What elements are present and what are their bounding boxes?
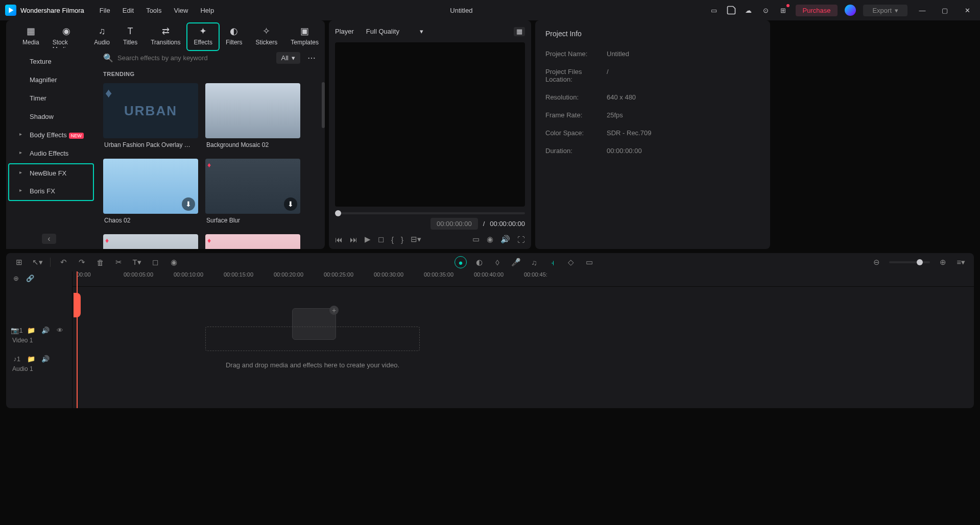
color-button[interactable]: ◉ — [168, 257, 179, 268]
tab-audio[interactable]: ♫Audio — [88, 23, 116, 50]
effect-item[interactable]: Background Mosaic 02 — [205, 83, 300, 152]
playhead[interactable] — [77, 271, 78, 408]
zoom-slider[interactable] — [889, 261, 930, 263]
play-button[interactable]: ▶ — [365, 235, 371, 244]
effect-item[interactable]: ♦ — [205, 234, 300, 249]
add-track-button[interactable]: ⊕ — [11, 273, 20, 283]
panel-button[interactable]: ⊞ — [13, 257, 25, 268]
cat-body-effects[interactable]: Body EffectsNEW — [10, 126, 92, 144]
audio-track-head[interactable]: ♪1 📁 🔊 Audio 1 — [6, 349, 72, 378]
drop-zone[interactable] — [205, 327, 420, 351]
effect-item[interactable]: ♦ — [103, 234, 198, 249]
player-header: Player Full Quality▾ ▦ — [335, 26, 525, 37]
folder-icon[interactable]: 📁 — [27, 326, 36, 335]
fit-button[interactable]: ≡▾ — [955, 257, 967, 268]
text-button[interactable]: T▾ — [131, 257, 142, 268]
magnet-button[interactable]: ● — [455, 257, 466, 268]
voiceover-button[interactable]: 🎤 — [510, 257, 521, 268]
cat-audio-effects[interactable]: Audio Effects — [10, 144, 92, 162]
purchase-button[interactable]: Purchase — [796, 5, 838, 16]
scrollbar[interactable] — [322, 80, 325, 249]
tab-media[interactable]: ▦Media — [16, 23, 45, 50]
cat-shadow[interactable]: Shadow — [10, 108, 92, 126]
chroma-button[interactable]: ⫞ — [547, 257, 558, 268]
tab-titles[interactable]: TTitles — [117, 23, 144, 50]
effect-item[interactable]: ⬇ Chaos 02 — [103, 159, 198, 227]
tab-stickers[interactable]: ✧Stickers — [250, 23, 284, 50]
cat-newblue-fx[interactable]: NewBlue FX — [10, 164, 92, 182]
effect-item[interactable]: ♦⬇ Surface Blur — [205, 159, 300, 227]
cat-magnifier[interactable]: Magnifier — [10, 71, 92, 89]
zoom-handle[interactable] — [917, 259, 923, 265]
snapshot-button[interactable]: ▦ — [514, 27, 525, 36]
monitor-icon[interactable]: ▭ — [709, 5, 719, 15]
mark-out-button[interactable]: } — [401, 235, 403, 244]
save-icon[interactable] — [726, 5, 736, 15]
redo-button[interactable]: ↷ — [76, 257, 87, 268]
timeline-area[interactable]: 00:00 00:00:05:00 00:00:10:00 00:00:15:0… — [73, 271, 974, 408]
cat-timer[interactable]: Timer — [10, 89, 92, 107]
download-icon[interactable]: ⬇ — [182, 197, 195, 211]
search-input[interactable] — [117, 54, 271, 62]
close-button[interactable]: ✕ — [960, 7, 975, 14]
apps-icon[interactable]: ⊞ — [778, 5, 788, 15]
scroll-thumb[interactable] — [322, 82, 325, 128]
prev-frame-button[interactable]: ⏮ — [335, 235, 343, 244]
stock-icon: ◉ — [61, 26, 72, 37]
folder-icon[interactable]: 📁 — [27, 354, 36, 363]
menu-file[interactable]: File — [100, 7, 110, 14]
render-button[interactable]: ▭ — [584, 257, 595, 268]
volume-button[interactable]: 🔊 — [500, 235, 510, 244]
proj-value: 00:00:00:00 — [607, 147, 642, 155]
collapse-sidebar-button[interactable]: ‹ — [42, 234, 56, 244]
crop-button[interactable]: ◻ — [150, 257, 161, 268]
more-button[interactable]: ⋯ — [305, 53, 318, 63]
tab-transitions[interactable]: ⇄Transitions — [145, 23, 186, 50]
menu-edit[interactable]: Edit — [123, 7, 134, 14]
avatar[interactable] — [845, 5, 856, 16]
export-button[interactable]: Export ▾ — [863, 5, 907, 16]
camera-icon[interactable]: ◉ — [487, 235, 493, 244]
cat-boris-fx[interactable]: Boris FX — [10, 182, 92, 200]
link-button[interactable]: 🔗 — [26, 273, 35, 283]
ruler-tick: 00:00:40:00 — [474, 271, 504, 278]
cloud-icon[interactable]: ☁ — [744, 5, 754, 15]
delete-button[interactable]: 🗑 — [94, 257, 106, 268]
proj-label: Frame Rate: — [545, 111, 607, 119]
zoom-in-button[interactable]: ⊕ — [937, 257, 948, 268]
tab-filters[interactable]: ◐Filters — [220, 23, 249, 50]
mute-icon[interactable]: 🔊 — [41, 326, 50, 335]
audio-mixer-button[interactable]: ♫ — [529, 257, 540, 268]
filter-dropdown[interactable]: All▾ — [276, 52, 300, 64]
quality-dropdown[interactable]: Full Quality▾ — [361, 26, 428, 37]
undo-button[interactable]: ↶ — [58, 257, 69, 268]
tab-templates[interactable]: ▣Templates — [284, 23, 325, 50]
marker-button[interactable]: ◊ — [492, 257, 503, 268]
display-mode-button[interactable]: ⊟▾ — [411, 235, 421, 244]
next-frame-button[interactable]: ⏭ — [350, 235, 357, 244]
menu-tools[interactable]: Tools — [146, 7, 161, 14]
stop-button[interactable]: ◻ — [378, 235, 384, 244]
fullscreen-button[interactable]: ⛶ — [517, 235, 525, 244]
cursor-button[interactable]: ↖▾ — [32, 257, 43, 268]
headset-icon[interactable]: ⊙ — [761, 5, 771, 15]
maximize-button[interactable]: ▢ — [937, 7, 952, 14]
download-icon[interactable]: ⬇ — [284, 197, 297, 211]
aspect-button[interactable]: ▭ — [472, 235, 480, 244]
scrub-handle[interactable] — [335, 210, 341, 216]
cat-texture[interactable]: Texture — [10, 53, 92, 70]
tab-effects[interactable]: ✦Effects — [187, 23, 218, 50]
eye-icon[interactable]: 👁 — [55, 326, 64, 335]
keyframe-button[interactable]: ◇ — [565, 257, 577, 268]
minimize-button[interactable]: — — [915, 7, 930, 14]
speed-button[interactable]: ◐ — [473, 257, 485, 268]
mute-icon[interactable]: 🔊 — [41, 354, 50, 363]
effect-item[interactable]: ♦URBAN Urban Fashion Pack Overlay … — [103, 83, 198, 152]
menu-view[interactable]: View — [174, 7, 188, 14]
mark-in-button[interactable]: { — [391, 235, 394, 244]
split-button[interactable]: ✂ — [113, 257, 124, 268]
ruler[interactable]: 00:00 00:00:05:00 00:00:10:00 00:00:15:0… — [73, 271, 974, 287]
zoom-out-button[interactable]: ⊖ — [871, 257, 882, 268]
menu-help[interactable]: Help — [200, 7, 214, 14]
video-track-head[interactable]: 📷1 📁 🔊 👁 Video 1 — [6, 320, 72, 349]
